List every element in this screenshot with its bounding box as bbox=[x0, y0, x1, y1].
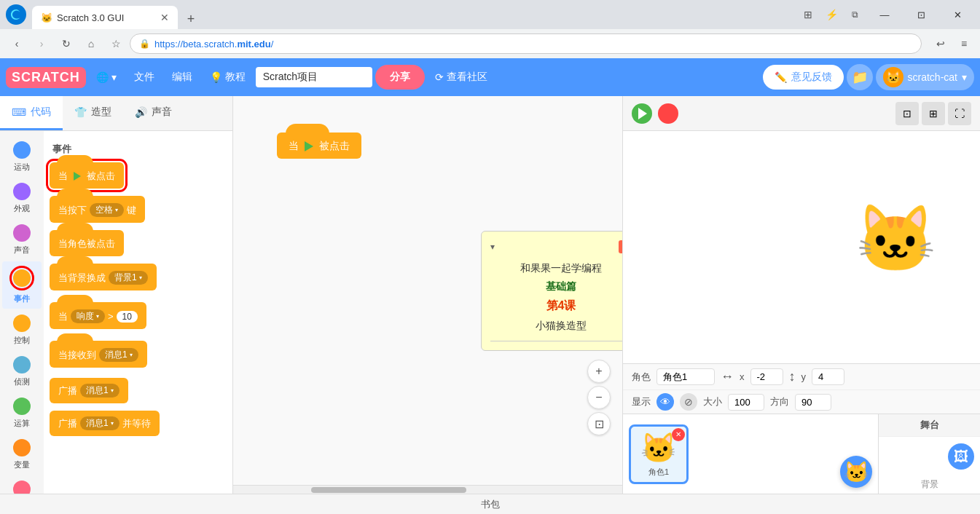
nav-file[interactable]: 文件 bbox=[127, 66, 162, 88]
receive-dropdown[interactable]: 消息1 ▾ bbox=[99, 348, 138, 362]
hat-curve bbox=[57, 155, 93, 168]
grid-view-icon[interactable]: ⊞ bbox=[798, 4, 818, 25]
size-input[interactable] bbox=[728, 394, 764, 411]
split-icon[interactable]: ⧉ bbox=[844, 4, 865, 25]
folder-button[interactable]: 📁 bbox=[847, 64, 873, 90]
y-input[interactable] bbox=[812, 368, 844, 385]
stage-canvas[interactable]: 🐱 bbox=[623, 131, 980, 363]
block-when-key[interactable]: 当按下 空格 ▾ 键 bbox=[50, 196, 145, 223]
category-control[interactable]: 控制 bbox=[2, 310, 42, 350]
block-when-sprite[interactable]: 当角色被点击 bbox=[50, 230, 124, 256]
scratch-logo[interactable]: SCRATCH bbox=[6, 67, 86, 88]
home-button[interactable]: ⌂ bbox=[80, 33, 102, 55]
block-when-loudness[interactable]: 当 响度 ▾ > 10 bbox=[50, 302, 146, 329]
sprite-delete-button[interactable]: ✕ bbox=[672, 428, 685, 441]
maximize-button[interactable]: ⊡ bbox=[904, 3, 938, 26]
feedback-icon: ✏️ bbox=[775, 71, 787, 83]
block-item-when-sprite: 当角色被点击 bbox=[50, 228, 227, 258]
code-scrollbar[interactable] bbox=[233, 485, 622, 494]
category-events[interactable]: 事件 bbox=[2, 261, 42, 309]
share-button[interactable]: 分享 bbox=[375, 65, 425, 90]
broadcast-wait-dropdown[interactable]: 消息1 ▾ bbox=[80, 416, 119, 430]
add-backdrop-button[interactable]: 🖼 bbox=[948, 443, 974, 470]
minimize-button[interactable]: — bbox=[868, 3, 901, 26]
undo-icon[interactable]: ↩ bbox=[930, 33, 951, 54]
code-area[interactable]: 当 被点击 ▾ ✕ 和果果一起学编程 基础篇 第4课 小猫换造型 bbox=[233, 96, 623, 494]
category-variables[interactable]: 变量 bbox=[2, 435, 42, 475]
category-operators[interactable]: 运算 bbox=[2, 393, 42, 433]
stop-button[interactable] bbox=[658, 103, 678, 124]
hide-button[interactable]: ⊘ bbox=[680, 393, 697, 411]
sound-tab-label: 声音 bbox=[152, 106, 172, 119]
tab-sound[interactable]: 🔊 声音 bbox=[123, 96, 184, 130]
large-stage-button[interactable]: ⊞ bbox=[922, 102, 945, 125]
zoom-out-button[interactable]: − bbox=[587, 386, 611, 409]
show-eye-button[interactable]: 👁 bbox=[656, 393, 674, 411]
green-flag-button[interactable] bbox=[632, 103, 652, 124]
loudness-value[interactable]: 10 bbox=[117, 311, 138, 323]
block-broadcast-wait[interactable]: 广播 消息1 ▾ 并等待 bbox=[50, 411, 160, 436]
key-dropdown[interactable]: 空格 ▾ bbox=[90, 203, 124, 217]
zoom-in-button[interactable]: + bbox=[587, 360, 611, 383]
category-looks[interactable]: 外观 bbox=[2, 178, 42, 218]
folder-icon: 📁 bbox=[852, 69, 868, 85]
note-line2: 基础篇 bbox=[490, 277, 623, 296]
tab-code[interactable]: ⌨ 代码 bbox=[0, 96, 63, 130]
menu-icon[interactable]: ≡ bbox=[954, 33, 974, 54]
loudness-dropdown[interactable]: 响度 ▾ bbox=[71, 309, 105, 323]
events-dot-ring bbox=[9, 266, 34, 290]
edit-label: 编辑 bbox=[172, 71, 192, 84]
block-when-backdrop[interactable]: 当背景换成 背景1 ▾ bbox=[50, 264, 157, 290]
back-button[interactable]: ‹ bbox=[6, 33, 28, 55]
nav-globe[interactable]: 🌐 ▾ bbox=[89, 67, 124, 87]
browser-tabs: 🐱 Scratch 3.0 GUI ✕ + bbox=[32, 0, 798, 29]
user-badge[interactable]: 🐱 scratch-cat ▾ bbox=[876, 64, 974, 90]
close-button[interactable]: ✕ bbox=[941, 3, 974, 26]
zoom-fit-button[interactable]: ⊡ bbox=[587, 412, 611, 435]
block-when-flag[interactable]: 当 被点击 bbox=[50, 162, 124, 189]
community-button[interactable]: ⟳ 查看社区 bbox=[428, 66, 495, 88]
zoom-controls: + − ⊡ bbox=[587, 360, 611, 435]
direction-input[interactable] bbox=[795, 394, 831, 411]
costume-tab-label: 造型 bbox=[91, 106, 111, 119]
category-custom[interactable]: 自制积木 bbox=[2, 476, 42, 494]
x-input[interactable] bbox=[750, 368, 783, 385]
y-label: y bbox=[801, 371, 807, 382]
nav-tutorials[interactable]: 💡 教程 bbox=[203, 66, 253, 88]
note-header: ▾ ✕ bbox=[490, 240, 623, 253]
username: scratch-cat bbox=[908, 71, 957, 83]
scratch-nav: SCRATCH 🌐 ▾ 文件 编辑 💡 教程 分享 ⟳ 查看社区 ✏️ 意见反馈… bbox=[0, 58, 980, 96]
nav-edit[interactable]: 编辑 bbox=[165, 66, 200, 88]
tab-close-button[interactable]: ✕ bbox=[160, 12, 169, 23]
feedback-button[interactable]: ✏️ 意见反馈 bbox=[763, 65, 844, 90]
broadcast-dropdown[interactable]: 消息1 ▾ bbox=[80, 384, 119, 398]
sprite-thumb-1[interactable]: ✕ 🐱 角色1 bbox=[629, 424, 689, 484]
forward-button[interactable]: › bbox=[31, 33, 52, 55]
tab-costume[interactable]: 👕 造型 bbox=[63, 96, 123, 130]
star-button[interactable]: ☆ bbox=[105, 33, 127, 55]
category-sensing[interactable]: 侦测 bbox=[2, 352, 42, 392]
browser-tab-scratch[interactable]: 🐱 Scratch 3.0 GUI ✕ bbox=[32, 6, 178, 29]
address-bar[interactable]: 🔒 https://beta.scratch.mit.edu/ bbox=[130, 33, 922, 54]
block-broadcast[interactable]: 广播 消息1 ▾ bbox=[50, 378, 128, 403]
stage-panel: ⊡ ⊞ ⛶ 🐱 角色 ↔ x ↕ y 显 bbox=[623, 96, 980, 494]
scrollbar-thumb[interactable] bbox=[311, 487, 467, 493]
stage-thumb-canvas[interactable]: 🖼 bbox=[879, 437, 980, 475]
category-sound[interactable]: 声音 bbox=[2, 220, 42, 260]
lightning-icon[interactable]: ⚡ bbox=[821, 4, 842, 25]
new-tab-button[interactable]: + bbox=[181, 9, 201, 29]
note-textarea-border bbox=[490, 341, 623, 341]
community-icon: ⟳ bbox=[435, 71, 444, 83]
category-motion[interactable]: 运动 bbox=[2, 137, 42, 177]
small-stage-button[interactable]: ⊡ bbox=[895, 102, 919, 125]
globe-icon: 🌐 bbox=[96, 71, 109, 83]
add-sprite-button[interactable]: 🐱 bbox=[840, 456, 872, 488]
block-when-receive[interactable]: 当接收到 消息1 ▾ bbox=[50, 341, 147, 368]
backdrop-dropdown[interactable]: 背景1 ▾ bbox=[109, 271, 148, 285]
placed-when-flag[interactable]: 当 被点击 bbox=[277, 133, 361, 159]
project-name-input[interactable] bbox=[256, 67, 372, 87]
refresh-button[interactable]: ↻ bbox=[55, 33, 77, 55]
fullscreen-button[interactable]: ⛶ bbox=[948, 102, 971, 125]
note-dropdown[interactable]: ▾ bbox=[490, 242, 495, 252]
sprite-name-input[interactable] bbox=[656, 368, 715, 385]
